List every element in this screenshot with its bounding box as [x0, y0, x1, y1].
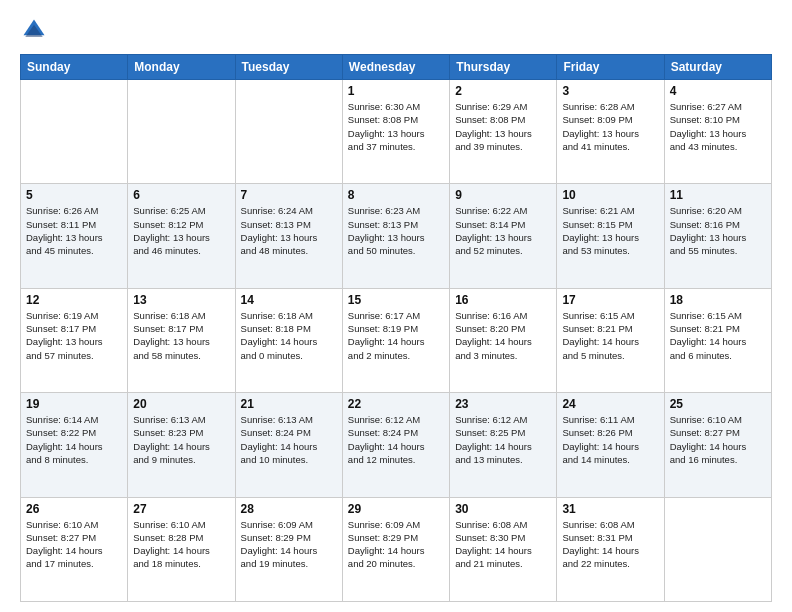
calendar-table: SundayMondayTuesdayWednesdayThursdayFrid…: [20, 54, 772, 602]
day-info: Sunrise: 6:23 AM Sunset: 8:13 PM Dayligh…: [348, 204, 444, 257]
calendar-cell: 20Sunrise: 6:13 AM Sunset: 8:23 PM Dayli…: [128, 393, 235, 497]
day-number: 11: [670, 188, 766, 202]
day-number: 7: [241, 188, 337, 202]
day-info: Sunrise: 6:09 AM Sunset: 8:29 PM Dayligh…: [348, 518, 444, 571]
day-info: Sunrise: 6:29 AM Sunset: 8:08 PM Dayligh…: [455, 100, 551, 153]
day-number: 3: [562, 84, 658, 98]
day-number: 28: [241, 502, 337, 516]
calendar-header-wednesday: Wednesday: [342, 55, 449, 80]
calendar-header-sunday: Sunday: [21, 55, 128, 80]
calendar-cell: 14Sunrise: 6:18 AM Sunset: 8:18 PM Dayli…: [235, 288, 342, 392]
day-number: 17: [562, 293, 658, 307]
calendar-cell: 18Sunrise: 6:15 AM Sunset: 8:21 PM Dayli…: [664, 288, 771, 392]
day-info: Sunrise: 6:28 AM Sunset: 8:09 PM Dayligh…: [562, 100, 658, 153]
day-number: 29: [348, 502, 444, 516]
day-info: Sunrise: 6:22 AM Sunset: 8:14 PM Dayligh…: [455, 204, 551, 257]
day-info: Sunrise: 6:13 AM Sunset: 8:23 PM Dayligh…: [133, 413, 229, 466]
day-info: Sunrise: 6:13 AM Sunset: 8:24 PM Dayligh…: [241, 413, 337, 466]
day-number: 2: [455, 84, 551, 98]
day-number: 5: [26, 188, 122, 202]
calendar-cell: [235, 80, 342, 184]
day-info: Sunrise: 6:20 AM Sunset: 8:16 PM Dayligh…: [670, 204, 766, 257]
day-info: Sunrise: 6:15 AM Sunset: 8:21 PM Dayligh…: [562, 309, 658, 362]
calendar-week-4: 19Sunrise: 6:14 AM Sunset: 8:22 PM Dayli…: [21, 393, 772, 497]
calendar-cell: 9Sunrise: 6:22 AM Sunset: 8:14 PM Daylig…: [450, 184, 557, 288]
calendar-cell: 7Sunrise: 6:24 AM Sunset: 8:13 PM Daylig…: [235, 184, 342, 288]
day-number: 1: [348, 84, 444, 98]
day-info: Sunrise: 6:25 AM Sunset: 8:12 PM Dayligh…: [133, 204, 229, 257]
calendar-cell: 19Sunrise: 6:14 AM Sunset: 8:22 PM Dayli…: [21, 393, 128, 497]
day-number: 9: [455, 188, 551, 202]
calendar-cell: 27Sunrise: 6:10 AM Sunset: 8:28 PM Dayli…: [128, 497, 235, 601]
calendar-cell: 13Sunrise: 6:18 AM Sunset: 8:17 PM Dayli…: [128, 288, 235, 392]
calendar-header-thursday: Thursday: [450, 55, 557, 80]
day-number: 30: [455, 502, 551, 516]
calendar-cell: 28Sunrise: 6:09 AM Sunset: 8:29 PM Dayli…: [235, 497, 342, 601]
calendar-cell: 23Sunrise: 6:12 AM Sunset: 8:25 PM Dayli…: [450, 393, 557, 497]
day-info: Sunrise: 6:10 AM Sunset: 8:28 PM Dayligh…: [133, 518, 229, 571]
day-number: 20: [133, 397, 229, 411]
day-number: 10: [562, 188, 658, 202]
day-info: Sunrise: 6:12 AM Sunset: 8:24 PM Dayligh…: [348, 413, 444, 466]
calendar-cell: 17Sunrise: 6:15 AM Sunset: 8:21 PM Dayli…: [557, 288, 664, 392]
day-info: Sunrise: 6:16 AM Sunset: 8:20 PM Dayligh…: [455, 309, 551, 362]
day-number: 18: [670, 293, 766, 307]
calendar-cell: 8Sunrise: 6:23 AM Sunset: 8:13 PM Daylig…: [342, 184, 449, 288]
day-number: 19: [26, 397, 122, 411]
day-number: 22: [348, 397, 444, 411]
calendar-cell: [21, 80, 128, 184]
calendar-cell: 4Sunrise: 6:27 AM Sunset: 8:10 PM Daylig…: [664, 80, 771, 184]
day-number: 21: [241, 397, 337, 411]
day-number: 23: [455, 397, 551, 411]
calendar-header-monday: Monday: [128, 55, 235, 80]
day-number: 14: [241, 293, 337, 307]
day-info: Sunrise: 6:09 AM Sunset: 8:29 PM Dayligh…: [241, 518, 337, 571]
calendar-week-5: 26Sunrise: 6:10 AM Sunset: 8:27 PM Dayli…: [21, 497, 772, 601]
day-info: Sunrise: 6:18 AM Sunset: 8:18 PM Dayligh…: [241, 309, 337, 362]
calendar-week-3: 12Sunrise: 6:19 AM Sunset: 8:17 PM Dayli…: [21, 288, 772, 392]
calendar-header-tuesday: Tuesday: [235, 55, 342, 80]
calendar-cell: 10Sunrise: 6:21 AM Sunset: 8:15 PM Dayli…: [557, 184, 664, 288]
calendar-cell: [128, 80, 235, 184]
day-info: Sunrise: 6:17 AM Sunset: 8:19 PM Dayligh…: [348, 309, 444, 362]
calendar-week-1: 1Sunrise: 6:30 AM Sunset: 8:08 PM Daylig…: [21, 80, 772, 184]
day-number: 26: [26, 502, 122, 516]
day-info: Sunrise: 6:24 AM Sunset: 8:13 PM Dayligh…: [241, 204, 337, 257]
calendar-header-saturday: Saturday: [664, 55, 771, 80]
calendar-header-friday: Friday: [557, 55, 664, 80]
day-info: Sunrise: 6:12 AM Sunset: 8:25 PM Dayligh…: [455, 413, 551, 466]
calendar-cell: 1Sunrise: 6:30 AM Sunset: 8:08 PM Daylig…: [342, 80, 449, 184]
day-number: 8: [348, 188, 444, 202]
calendar-week-2: 5Sunrise: 6:26 AM Sunset: 8:11 PM Daylig…: [21, 184, 772, 288]
day-number: 25: [670, 397, 766, 411]
calendar-cell: 6Sunrise: 6:25 AM Sunset: 8:12 PM Daylig…: [128, 184, 235, 288]
calendar-cell: 22Sunrise: 6:12 AM Sunset: 8:24 PM Dayli…: [342, 393, 449, 497]
calendar-cell: [664, 497, 771, 601]
page: SundayMondayTuesdayWednesdayThursdayFrid…: [0, 0, 792, 612]
day-number: 24: [562, 397, 658, 411]
calendar-cell: 5Sunrise: 6:26 AM Sunset: 8:11 PM Daylig…: [21, 184, 128, 288]
day-info: Sunrise: 6:19 AM Sunset: 8:17 PM Dayligh…: [26, 309, 122, 362]
day-number: 15: [348, 293, 444, 307]
day-info: Sunrise: 6:11 AM Sunset: 8:26 PM Dayligh…: [562, 413, 658, 466]
day-info: Sunrise: 6:08 AM Sunset: 8:30 PM Dayligh…: [455, 518, 551, 571]
day-number: 27: [133, 502, 229, 516]
day-info: Sunrise: 6:18 AM Sunset: 8:17 PM Dayligh…: [133, 309, 229, 362]
calendar-cell: 2Sunrise: 6:29 AM Sunset: 8:08 PM Daylig…: [450, 80, 557, 184]
calendar-cell: 21Sunrise: 6:13 AM Sunset: 8:24 PM Dayli…: [235, 393, 342, 497]
calendar-cell: 24Sunrise: 6:11 AM Sunset: 8:26 PM Dayli…: [557, 393, 664, 497]
day-info: Sunrise: 6:26 AM Sunset: 8:11 PM Dayligh…: [26, 204, 122, 257]
calendar-cell: 11Sunrise: 6:20 AM Sunset: 8:16 PM Dayli…: [664, 184, 771, 288]
day-info: Sunrise: 6:15 AM Sunset: 8:21 PM Dayligh…: [670, 309, 766, 362]
day-info: Sunrise: 6:21 AM Sunset: 8:15 PM Dayligh…: [562, 204, 658, 257]
day-info: Sunrise: 6:30 AM Sunset: 8:08 PM Dayligh…: [348, 100, 444, 153]
calendar-cell: 25Sunrise: 6:10 AM Sunset: 8:27 PM Dayli…: [664, 393, 771, 497]
calendar-cell: 31Sunrise: 6:08 AM Sunset: 8:31 PM Dayli…: [557, 497, 664, 601]
calendar-cell: 16Sunrise: 6:16 AM Sunset: 8:20 PM Dayli…: [450, 288, 557, 392]
header: [20, 16, 772, 44]
day-number: 13: [133, 293, 229, 307]
day-info: Sunrise: 6:27 AM Sunset: 8:10 PM Dayligh…: [670, 100, 766, 153]
calendar-header-row: SundayMondayTuesdayWednesdayThursdayFrid…: [21, 55, 772, 80]
logo: [20, 16, 52, 44]
day-number: 12: [26, 293, 122, 307]
